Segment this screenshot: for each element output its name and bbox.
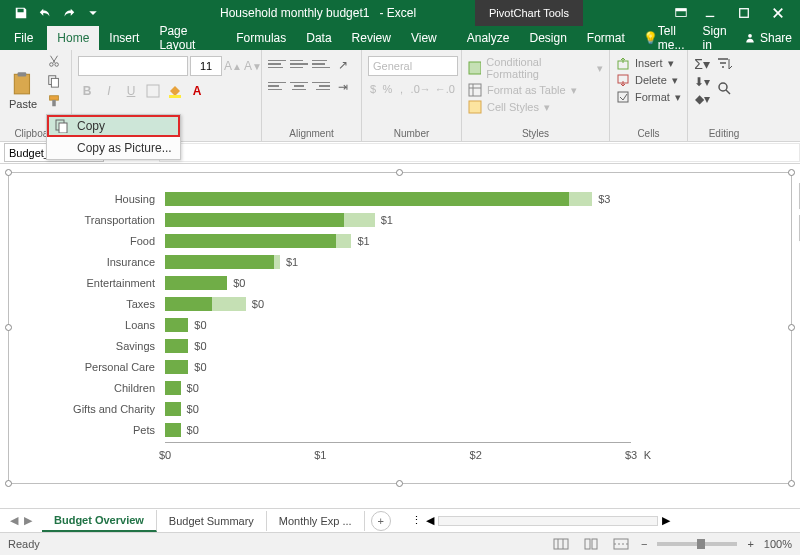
minimize-button[interactable] (694, 3, 726, 23)
page-layout-view-icon[interactable] (581, 536, 601, 552)
bar-row[interactable]: Personal Care$0 (165, 357, 631, 377)
page-break-view-icon[interactable] (611, 536, 631, 552)
bar-row[interactable]: Insurance$1 (165, 252, 631, 272)
font-size-select[interactable] (190, 56, 222, 76)
autosum-icon[interactable]: Σ▾ (694, 56, 710, 72)
font-color-icon[interactable]: A (188, 82, 206, 100)
formula-input[interactable] (159, 143, 800, 162)
decrease-font-icon[interactable]: A▼ (244, 57, 262, 75)
ribbon-display-icon[interactable] (670, 2, 692, 24)
align-left-icon[interactable] (268, 78, 286, 94)
align-middle-icon[interactable] (290, 56, 308, 72)
bar-row[interactable]: Food$1 (165, 231, 631, 251)
bold-button[interactable]: B (78, 82, 96, 100)
align-bottom-icon[interactable] (312, 56, 330, 72)
bar-segment[interactable] (212, 297, 246, 311)
normal-view-icon[interactable] (551, 536, 571, 552)
delete-cells-button[interactable]: Delete ▾ (616, 73, 681, 87)
zoom-level[interactable]: 100% (764, 538, 792, 550)
tab-data[interactable]: Data (296, 26, 341, 50)
hscroll-right-icon[interactable]: ▶ (662, 514, 670, 527)
format-as-table-button[interactable]: Format as Table ▾ (468, 83, 603, 97)
bar-segment[interactable] (165, 297, 212, 311)
sheet-nav-next-icon[interactable]: ▶ (24, 514, 32, 527)
bar-segment[interactable] (165, 318, 188, 332)
bar-segment[interactable] (165, 423, 181, 437)
bar-segment[interactable] (165, 234, 336, 248)
bar-row[interactable]: Pets$0 (165, 420, 631, 440)
paste-button[interactable]: Paste (6, 52, 40, 128)
bar-segment[interactable] (165, 360, 188, 374)
sign-in[interactable]: Sign in (695, 24, 736, 52)
bar-row[interactable]: Transportation$1 (165, 210, 631, 230)
zoom-slider[interactable] (657, 542, 737, 546)
conditional-formatting-button[interactable]: Conditional Formatting ▾ (468, 56, 603, 80)
bar-segment[interactable] (165, 339, 188, 353)
comma-icon[interactable]: , (396, 80, 406, 98)
currency-icon[interactable]: $ (368, 80, 378, 98)
bar-segment[interactable] (165, 213, 344, 227)
tab-design[interactable]: Design (519, 26, 576, 50)
save-icon[interactable] (10, 2, 32, 24)
tab-formulas[interactable]: Formulas (226, 26, 296, 50)
bar-segment[interactable] (569, 192, 592, 206)
tab-review[interactable]: Review (342, 26, 401, 50)
align-top-icon[interactable] (268, 56, 286, 72)
bar-row[interactable]: Entertainment$0 (165, 273, 631, 293)
borders-icon[interactable] (144, 82, 162, 100)
tab-analyze[interactable]: Analyze (457, 26, 520, 50)
bar-segment[interactable] (165, 381, 181, 395)
copy-as-picture-menu-item[interactable]: Copy as Picture... (47, 137, 180, 159)
sheet-tab-budget-summary[interactable]: Budget Summary (157, 511, 267, 531)
redo-icon[interactable] (58, 2, 80, 24)
fill-icon[interactable]: ⬇▾ (694, 75, 710, 89)
undo-icon[interactable] (34, 2, 56, 24)
chart-plot-area[interactable]: Housing$3Transportation$1Food$1Insurance… (165, 189, 631, 443)
sheet-tab-budget-overview[interactable]: Budget Overview (42, 510, 157, 532)
bar-row[interactable]: Housing$3 (165, 189, 631, 209)
tab-file[interactable]: File (0, 26, 47, 50)
underline-button[interactable]: U (122, 82, 140, 100)
bar-segment[interactable] (336, 234, 352, 248)
share-button[interactable]: Share (736, 31, 800, 45)
tell-me[interactable]: 💡 Tell me... (635, 24, 695, 52)
bar-row[interactable]: Gifts and Charity$0 (165, 399, 631, 419)
bar-segment[interactable] (274, 255, 280, 269)
tab-view[interactable]: View (401, 26, 447, 50)
bar-row[interactable]: Taxes$0 (165, 294, 631, 314)
cell-styles-button[interactable]: Cell Styles ▾ (468, 100, 603, 114)
tab-page-layout[interactable]: Page Layout (149, 26, 226, 50)
insert-cells-button[interactable]: Insert ▾ (616, 56, 681, 70)
align-right-icon[interactable] (312, 78, 330, 94)
hscroll-left-icon[interactable]: ◀ (426, 514, 434, 527)
bar-row[interactable]: Savings$0 (165, 336, 631, 356)
italic-button[interactable]: I (100, 82, 118, 100)
copy-menu-item[interactable]: Copy (47, 115, 180, 137)
bar-segment[interactable] (344, 213, 375, 227)
bar-segment[interactable] (165, 276, 227, 290)
font-name-select[interactable] (78, 56, 188, 76)
sort-filter-icon[interactable] (716, 56, 734, 77)
sheet-nav-prev-icon[interactable]: ◀ (10, 514, 18, 527)
qat-customize-icon[interactable] (82, 2, 104, 24)
cut-icon[interactable] (44, 52, 64, 70)
zoom-out-icon[interactable]: − (641, 538, 647, 550)
bar-row[interactable]: Children$0 (165, 378, 631, 398)
tab-insert[interactable]: Insert (99, 26, 149, 50)
fill-color-icon[interactable] (166, 82, 184, 100)
bar-row[interactable]: Loans$0 (165, 315, 631, 335)
clear-icon[interactable]: ◆▾ (695, 92, 710, 106)
percent-icon[interactable]: % (382, 80, 392, 98)
sheet-tab-monthly-exp[interactable]: Monthly Exp ... (267, 511, 365, 531)
bar-segment[interactable] (165, 192, 569, 206)
format-cells-button[interactable]: Format ▾ (616, 90, 681, 104)
horizontal-scrollbar[interactable] (438, 516, 658, 526)
format-painter-icon[interactable] (44, 92, 64, 110)
zoom-in-icon[interactable]: + (747, 538, 753, 550)
number-format-select[interactable]: General (368, 56, 458, 76)
tab-home[interactable]: Home (47, 26, 99, 50)
increase-decimal-icon[interactable]: .0→ (411, 80, 431, 98)
orientation-icon[interactable]: ↗ (334, 56, 352, 74)
decrease-decimal-icon[interactable]: ←.0 (435, 80, 455, 98)
find-select-icon[interactable] (716, 80, 734, 101)
